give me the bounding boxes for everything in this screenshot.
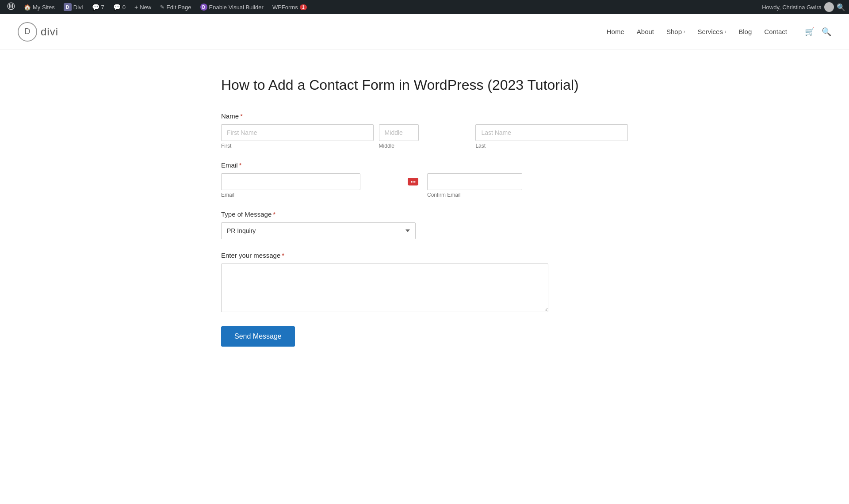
visual-builder-item[interactable]: D Enable Visual Builder (197, 0, 267, 14)
nav-contact[interactable]: Contact (764, 28, 787, 35)
divi-builder-icon: D (200, 4, 207, 11)
email-sublabel: Email (221, 192, 422, 198)
new-item[interactable]: + New (131, 0, 155, 14)
type-group: Type of Message* PR Inquiry General Inqu… (221, 210, 628, 239)
services-chevron-icon: › (725, 29, 726, 34)
message-required: * (282, 252, 284, 259)
send-button[interactable]: Send Message (221, 326, 295, 347)
name-group: Name* First Middle Last (221, 112, 628, 149)
wpforms-item[interactable]: WPForms 1 (269, 0, 310, 14)
email-wrap: ••• Email (221, 173, 422, 198)
email-input[interactable] (221, 173, 360, 190)
shop-chevron-icon: › (684, 29, 685, 34)
last-name-wrap: Last (475, 124, 628, 149)
enable-visual-builder-label: Enable Visual Builder (209, 4, 264, 11)
search-nav-icon[interactable]: 🔍 (822, 27, 831, 37)
svg-point-2 (11, 4, 13, 8)
divi-item[interactable]: D Divi (60, 0, 87, 14)
nav-services[interactable]: Services › (697, 28, 726, 35)
new-comment-count: 0 (122, 4, 126, 11)
svg-point-1 (9, 4, 11, 8)
edit-page-item[interactable]: ✎ Edit Page (157, 0, 195, 14)
contact-form: Name* First Middle Last Email* (221, 112, 628, 347)
first-name-input[interactable] (221, 124, 374, 141)
confirm-email-input[interactable] (427, 173, 522, 190)
last-sublabel: Last (475, 143, 628, 149)
comments-item[interactable]: 💬 7 (88, 0, 108, 14)
search-icon[interactable]: 🔍 (837, 3, 845, 11)
logo-letter: D (25, 27, 31, 36)
message-label: Enter your message* (221, 252, 628, 259)
wp-logo-item[interactable] (4, 0, 19, 14)
wpforms-badge: 1 (300, 4, 307, 10)
middle-name-wrap: Middle (379, 124, 470, 149)
nav-about[interactable]: About (637, 28, 654, 35)
comments-icon: 💬 (92, 4, 99, 11)
confirm-email-sublabel: Confirm Email (427, 192, 628, 198)
new-label: New (140, 4, 151, 11)
my-sites-label: My Sites (33, 4, 55, 11)
wpforms-label: WPForms (272, 4, 298, 11)
first-name-wrap: First (221, 124, 374, 149)
site-logo[interactable]: D divi (18, 22, 58, 42)
main-content: How to Add a Contact Form in WordPress (… (203, 76, 646, 347)
confirm-email-wrap: Confirm Email (427, 173, 628, 198)
cart-icon[interactable]: 🛒 (805, 27, 815, 37)
new-comment-item[interactable]: 💬 0 (110, 0, 129, 14)
message-textarea[interactable] (221, 263, 548, 312)
site-header: D divi Home About Shop › Services › Blog… (0, 14, 849, 50)
divi-label: Divi (73, 4, 83, 11)
middle-sublabel: Middle (379, 143, 470, 149)
type-label: Type of Message* (221, 210, 628, 218)
plus-icon: + (134, 4, 138, 11)
comments-count: 7 (101, 4, 104, 11)
name-label: Name* (221, 112, 628, 120)
email-group: Email* ••• Email Confirm Email (221, 161, 628, 198)
site-nav: Home About Shop › Services › Blog Contac… (607, 27, 831, 37)
email-fields-row: ••• Email Confirm Email (221, 173, 628, 198)
admin-bar: 🏠 My Sites D Divi 💬 7 💬 0 + New ✎ Edit P… (0, 0, 849, 14)
wp-logo-icon (7, 2, 15, 12)
email-dots-button[interactable]: ••• (408, 178, 418, 185)
nav-home[interactable]: Home (607, 28, 624, 35)
new-comment-icon: 💬 (113, 4, 121, 11)
svg-point-0 (8, 3, 15, 10)
email-label: Email* (221, 161, 628, 169)
my-sites-icon: 🏠 (24, 4, 31, 11)
type-required: * (273, 210, 275, 218)
edit-icon: ✎ (160, 4, 164, 10)
my-sites-item[interactable]: 🏠 My Sites (20, 0, 58, 14)
type-select[interactable]: PR Inquiry General Inquiry Support (221, 222, 416, 239)
edit-page-label: Edit Page (166, 4, 191, 11)
logo-circle: D (18, 22, 37, 42)
message-group: Enter your message* (221, 252, 628, 314)
last-name-input[interactable] (475, 124, 628, 141)
email-input-container: ••• (221, 173, 422, 190)
first-sublabel: First (221, 143, 374, 149)
name-required: * (240, 112, 243, 120)
middle-name-input[interactable] (379, 124, 419, 141)
logo-text: divi (41, 26, 58, 38)
name-fields-row: First Middle Last (221, 124, 628, 149)
email-required: * (239, 161, 242, 169)
divi-icon: D (64, 3, 72, 11)
user-avatar[interactable] (824, 2, 834, 12)
howdy-text: Howdy, Christina Gwira (762, 4, 822, 11)
nav-blog[interactable]: Blog (738, 28, 752, 35)
nav-shop[interactable]: Shop › (666, 28, 685, 35)
page-title: How to Add a Contact Form in WordPress (… (221, 76, 628, 95)
